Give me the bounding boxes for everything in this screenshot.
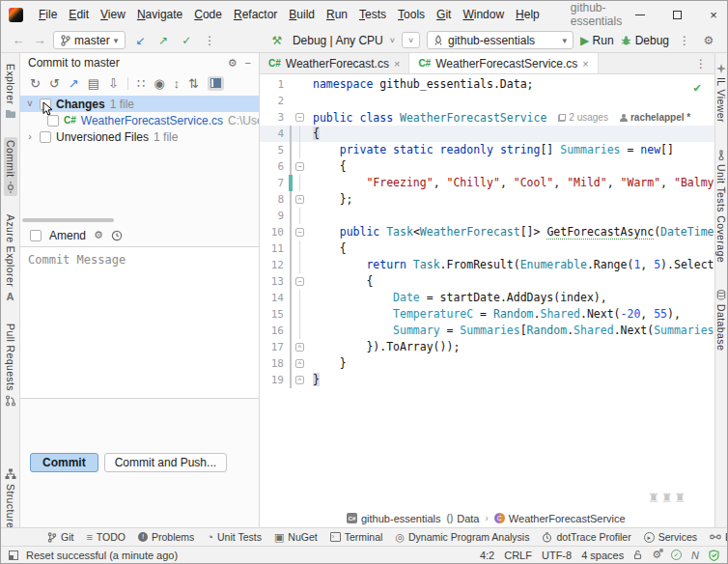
menu-view[interactable]: View [95, 5, 131, 24]
menu-file[interactable]: File [33, 5, 63, 24]
code-text[interactable]: namespace github_essentials.Data; [306, 76, 714, 93]
minimize-button[interactable] [622, 1, 658, 28]
unversioned-checkbox[interactable] [40, 131, 51, 143]
code-line[interactable]: 6− { [260, 158, 714, 175]
commit-message-input[interactable]: Commit Message [20, 246, 259, 399]
build-hammer-icon[interactable]: ⚒ [268, 34, 286, 47]
code-line[interactable]: 16 Summary = Summaries[Random.Shared.Nex… [260, 323, 714, 339]
code-text[interactable]: Date = startDate.AddDays(index), [306, 290, 714, 306]
tool-tab-unit-tests[interactable]: ◔ Unit Tests [207, 531, 262, 543]
fold-open-icon[interactable]: − [295, 162, 304, 171]
tool-tab-commit[interactable]: Commit [4, 137, 17, 196]
changelist-icon[interactable]: ▤ [88, 76, 99, 91]
tool-tab-explorer[interactable]: Explorer [4, 61, 17, 122]
expand-all-icon[interactable]: ↕ [174, 76, 181, 91]
line-number[interactable]: 11 [260, 240, 289, 257]
code-text[interactable] [306, 208, 714, 224]
commit-and-push-button[interactable]: Commit and Push... [104, 453, 227, 472]
commit-button[interactable]: Commit [30, 453, 98, 472]
rollback-icon[interactable]: ↺ [49, 76, 60, 91]
tool-tab-il-viewer[interactable]: IL Viewer [714, 61, 728, 126]
code-line[interactable]: 18^ } [260, 355, 714, 372]
menu-run[interactable]: Run [321, 5, 353, 24]
indent-indicator[interactable]: 4 spaces [581, 550, 624, 561]
maximize-button[interactable] [658, 1, 695, 28]
tool-tab-git[interactable]: Git [47, 531, 73, 543]
line-ending-indicator[interactable]: CRLF [504, 550, 532, 561]
code-line[interactable]: 2 [260, 93, 714, 109]
menu-refactor[interactable]: Refactor [228, 5, 283, 24]
vcs-more-icon[interactable]: ⋮ [201, 34, 218, 47]
line-number[interactable]: 15 [260, 306, 289, 323]
fold-open-icon[interactable]: − [295, 113, 304, 122]
line-number[interactable]: 18 [260, 355, 289, 372]
highlighting-level-icon[interactable]: N [691, 550, 699, 561]
tool-tab-pull-requests[interactable]: Pull Requests [4, 321, 17, 409]
tab-weatherforecast[interactable]: C# WeatherForecast.cs × [260, 53, 409, 73]
push-button[interactable]: ↗ [154, 34, 172, 47]
code-text[interactable]: } [306, 372, 714, 388]
tool-tab-database[interactable]: Database [714, 287, 728, 353]
lock-icon[interactable] [633, 550, 642, 560]
menu-tests[interactable]: Tests [353, 5, 392, 24]
chevron-right-icon[interactable]: › [25, 131, 35, 142]
refresh-icon[interactable]: ↻ [30, 76, 41, 91]
menu-navigate[interactable]: Navigate [131, 5, 188, 24]
run-more-icon[interactable]: ⋮ [676, 34, 693, 47]
code-line[interactable]: 8^ }; [260, 191, 714, 208]
menu-edit[interactable]: Edit [63, 5, 95, 24]
usages-inlay[interactable]: 2 usages [558, 109, 608, 126]
code-line[interactable]: 10− public Task<WeatherForecast[]> GetFo… [260, 224, 714, 240]
code-text[interactable]: { [306, 126, 714, 142]
code-text[interactable]: public class WeatherForecastService2 usa… [306, 109, 714, 126]
code-text[interactable]: }; [306, 191, 714, 208]
tool-tab-unit-tests-coverage[interactable]: Unit Tests Coverage [714, 147, 728, 266]
line-number[interactable]: 14 [260, 290, 289, 306]
tool-tab-todo[interactable]: ≡ TODO [86, 531, 126, 543]
code-line[interactable]: 13− { [260, 273, 714, 290]
settings-gear-icon[interactable]: ⚙ [700, 34, 717, 47]
amend-checkbox[interactable] [30, 230, 42, 241]
tool-tab-dottrace-profiler[interactable]: dotTrace Profiler [542, 531, 630, 543]
tool-tab-endpoints[interactable]: Endpoints [710, 531, 727, 543]
tool-tab-problems[interactable]: ! Problems [138, 531, 194, 543]
line-number[interactable]: 6 [260, 158, 289, 175]
code-line[interactable]: 19^} [260, 372, 714, 388]
code-text[interactable] [306, 93, 714, 109]
inspection-ok-icon[interactable]: ✔ [693, 79, 701, 96]
line-number[interactable]: 10 [260, 224, 289, 240]
code-line[interactable]: 4{ [260, 126, 714, 142]
tab-options-icon[interactable]: ⋮ [687, 53, 714, 73]
run-configuration-selector[interactable]: github-essentials ▾ [427, 31, 574, 49]
debug-button[interactable]: Debug [621, 34, 669, 47]
tab-weatherforecastservice[interactable]: C# WeatherForecastService.cs × [409, 53, 598, 73]
line-number[interactable]: 4 [260, 126, 289, 142]
breadcrumb-class[interactable]: C WeatherForecastService [494, 513, 626, 524]
code-text[interactable]: Summary = Summaries[Random.Shared.Next(S… [306, 323, 714, 339]
tool-window-layout-icon[interactable] [9, 550, 18, 560]
code-text[interactable]: { [306, 273, 714, 290]
code-text[interactable]: }).ToArray()); [306, 339, 714, 355]
tool-tab-services[interactable]: ▸ Services [644, 531, 697, 543]
line-number[interactable]: 9 [260, 208, 289, 224]
commit-check-button[interactable]: ✓ [178, 34, 195, 47]
line-number[interactable]: 3 [260, 109, 289, 126]
history-clock-icon[interactable] [111, 230, 123, 241]
collapse-all-icon[interactable]: ⇅ [188, 76, 199, 91]
line-number[interactable]: 1 [260, 76, 289, 93]
analysis-ok-icon[interactable]: ✓ [671, 550, 682, 560]
view-options-icon[interactable]: ◉ [154, 76, 164, 91]
code-editor[interactable]: 1namespace github_essentials.Data;23−pub… [260, 74, 714, 509]
horizontal-scrollbar[interactable] [22, 218, 114, 222]
changed-file-row[interactable]: C# WeatherForecastService.cs C:\Users\ra… [20, 112, 259, 128]
line-number[interactable]: 8 [260, 191, 289, 208]
fold-close-icon[interactable]: ^ [295, 376, 304, 384]
line-number[interactable]: 17 [260, 339, 289, 355]
line-number[interactable]: 5 [260, 142, 289, 158]
menu-build[interactable]: Build [283, 5, 321, 24]
fold-open-icon[interactable]: − [295, 277, 304, 286]
fold-open-icon[interactable]: − [295, 228, 304, 237]
tool-tab-dynamic-program-analysis[interactable]: ◎ Dynamic Program Analysis [395, 531, 529, 544]
line-number[interactable]: 16 [260, 323, 289, 339]
line-number[interactable]: 2 [260, 93, 289, 109]
